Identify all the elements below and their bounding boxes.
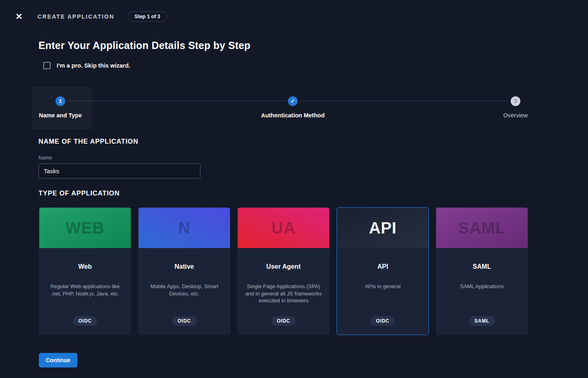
card-body: API APIs in general OIDC (337, 248, 428, 335)
stepper-step: ✓ Authentication Method (252, 96, 333, 119)
application-type-card[interactable]: UA User Agent Single Page Applications (… (237, 207, 330, 335)
check-icon: ✓ (288, 96, 298, 106)
card-abbreviation: SAML (458, 219, 505, 237)
card-abbreviation: API (369, 219, 396, 237)
card-title: User Agent (266, 263, 301, 270)
card-body: User Agent Single Page Applications (SPA… (238, 248, 329, 335)
topbar: ✕ CREATE APPLICATION Step 1 of 3 (0, 0, 588, 23)
card-title: SAML (473, 263, 491, 270)
card-description: Regular Web applications like .net, PHP,… (47, 283, 124, 297)
close-icon[interactable]: ✕ (15, 12, 23, 21)
card-header: N (138, 208, 230, 248)
card-abbreviation: WEB (66, 219, 104, 237)
step-indicator: 1 (55, 96, 65, 106)
card-header: API (337, 208, 428, 248)
card-description: SAML Applications (460, 283, 504, 290)
card-title: API (377, 263, 388, 270)
card-abbreviation: UA (271, 219, 296, 237)
card-header: SAML (436, 208, 528, 248)
stepper-step: 3 Overview (475, 96, 556, 119)
application-type-card[interactable]: N Native Mobile Apps, Desktop, Smart Dev… (138, 207, 230, 335)
protocol-badge: SAML (469, 316, 494, 326)
skip-wizard-checkbox[interactable] (43, 62, 51, 69)
card-description: APIs in general (365, 283, 401, 290)
step-label: Overview (475, 112, 556, 119)
card-abbreviation: N (178, 219, 190, 237)
stepper: 1 Name and Type ✓ Authentication Method … (0, 87, 588, 130)
skip-wizard-label: I'm a pro. Skip this wizard. (57, 62, 130, 69)
protocol-badge: OIDC (73, 316, 97, 326)
application-type-card[interactable]: API API APIs in general OIDC (337, 207, 429, 335)
type-section-heading: TYPE OF APPLICATION (38, 189, 588, 197)
name-section-heading: NAME OF THE APPLICATION (38, 138, 588, 145)
step-count-badge: Step 1 of 3 (128, 11, 167, 22)
application-type-card[interactable]: SAML SAML SAML Applications SAML (436, 207, 528, 335)
card-body: Web Regular Web applications like .net, … (39, 248, 131, 335)
card-body: SAML SAML Applications SAML (436, 248, 528, 335)
application-type-card[interactable]: WEB Web Regular Web applications like .n… (39, 207, 131, 335)
protocol-badge: OIDC (172, 316, 196, 326)
card-description: Mobile Apps, Desktop, Smart Devices, etc… (146, 283, 223, 297)
protocol-badge: OIDC (371, 316, 394, 326)
card-header: WEB (39, 208, 131, 248)
card-header: UA (238, 208, 329, 248)
card-body: Native Mobile Apps, Desktop, Smart Devic… (138, 248, 230, 335)
step-label: Authentication Method (252, 112, 333, 119)
card-title: Web (78, 263, 92, 270)
protocol-badge: OIDC (271, 316, 295, 326)
page-title: Enter Your Application Details Step by S… (38, 40, 588, 51)
application-type-cards: WEB Web Regular Web applications like .n… (39, 207, 588, 335)
skip-wizard-toggle[interactable]: I'm a pro. Skip this wizard. (43, 62, 130, 69)
card-description: Single Page Applications (SPA) and in ge… (245, 283, 322, 304)
step-indicator: 3 (511, 96, 520, 106)
card-title: Native (175, 263, 194, 270)
name-field-label: Name (38, 155, 588, 161)
stepper-step: 1 Name and Type (20, 96, 101, 119)
step-label: Name and Type (20, 112, 101, 119)
continue-button[interactable]: Continue (39, 353, 77, 367)
application-name-input[interactable] (38, 164, 200, 178)
wizard-title: CREATE APPLICATION (38, 13, 115, 20)
